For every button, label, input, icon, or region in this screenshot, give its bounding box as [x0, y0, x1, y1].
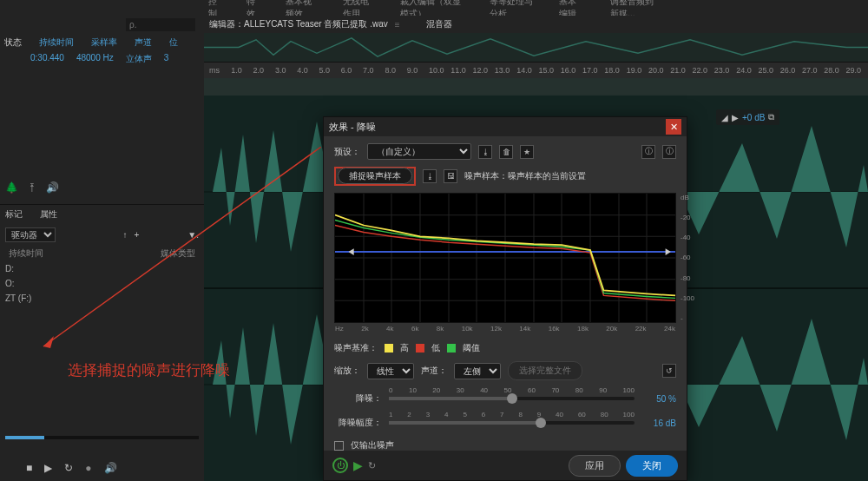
legend-high-swatch [385, 344, 393, 353]
channel-select[interactable]: 左侧 [454, 363, 501, 379]
scale-select[interactable]: 线性 [367, 363, 414, 379]
waveform-toolbar: ◢ ▶ +0 dB ⧉ [716, 109, 779, 125]
legend-low: 低 [431, 342, 440, 354]
close-icon[interactable]: ✕ [666, 119, 681, 135]
legend-high: 高 [400, 342, 409, 354]
preset-label: 预设： [334, 146, 360, 158]
val-channels: 立体声 [126, 53, 152, 65]
legend-thresh: 阈值 [463, 342, 480, 354]
preview-loop-icon[interactable]: ↻ [368, 460, 376, 471]
annotation-text: 选择捕捉的噪声进行降噪 [68, 360, 230, 380]
subcol-media: 媒体类型 [161, 247, 195, 260]
spectral-icon[interactable]: ⧉ [768, 112, 774, 122]
filter-icon[interactable]: ▼. [187, 230, 199, 240]
add-icon[interactable]: + [134, 230, 139, 240]
col-channels: 声道 [135, 36, 152, 49]
delete-preset-icon[interactable]: 🗑 [499, 145, 513, 159]
power-icon[interactable]: ⏻ [332, 458, 348, 473]
output-noise-checkbox[interactable] [334, 441, 344, 451]
stop-icon[interactable]: ■ [26, 462, 32, 474]
top-menu: 控制 特效 基本视频效 无线电作用 裁入编辑（双显模式） 等等处理与分析 基本编… [0, 0, 868, 16]
reset-icon[interactable]: ↺ [662, 364, 676, 378]
val-duration: 0:30.440 [30, 53, 64, 65]
annotation-highlight-box: 捕捉噪声样本 [334, 167, 416, 186]
close-button[interactable]: 关闭 [626, 455, 678, 477]
subcol-duration: 持续时间 [9, 247, 43, 260]
favorite-icon[interactable]: ★ [520, 145, 534, 159]
noise-sample-label: 噪声样本：噪声样本的当前设置 [464, 170, 586, 182]
col-duration: 持续时间 [39, 36, 74, 49]
scroll-icon[interactable]: ⓘ [641, 145, 655, 159]
nr-value[interactable]: 50 % [641, 394, 676, 404]
loop-icon[interactable]: ↻ [64, 462, 73, 474]
record-icon[interactable]: ● [85, 462, 91, 474]
driver-select[interactable]: 驱动器 [5, 227, 56, 242]
legend-low-swatch [416, 344, 424, 353]
output-noise-label: 仅输出噪声 [351, 439, 394, 451]
load-preset-icon[interactable]: ⭳ [478, 145, 492, 159]
val-rate: 48000 Hz [76, 53, 114, 65]
up-arrow-icon[interactable]: ↑ [122, 230, 127, 240]
legend-thresh-swatch [447, 344, 456, 353]
signal-icon[interactable]: ◢ [721, 113, 728, 122]
play-small-icon[interactable]: ▶ [732, 113, 739, 122]
nr-slider[interactable]: 0102030405060708090100 [389, 397, 635, 400]
col-status: 状态 [4, 36, 22, 49]
amp-slider[interactable]: 123456789406080100 [389, 421, 635, 425]
svg-marker-25 [666, 248, 671, 255]
search-input[interactable] [126, 18, 195, 31]
scale-label: 缩放： [334, 365, 360, 377]
editor-title[interactable]: 编辑器：ALLEYCATS Teaser 音频已提取 .wav [209, 18, 388, 30]
nr-label: 降噪： [334, 392, 382, 405]
noise-reduction-dialog: 效果 - 降噪 ✕ 预设： （自定义） ⭳ 🗑 ★ ⓘ ⓘ 捕捉噪声样本 ⭳ 🖫… [323, 116, 687, 481]
preset-select[interactable]: （自定义） [367, 143, 471, 160]
speaker-icon[interactable]: 🔊 [46, 181, 59, 194]
tab-attributes[interactable]: 属性 [40, 208, 57, 221]
folder-tree-icon[interactable]: 🌲 [5, 181, 18, 194]
export-icon[interactable]: ⭱ [27, 181, 37, 194]
play-icon[interactable]: ▶ [44, 462, 52, 474]
progress-bar[interactable] [5, 436, 199, 439]
col-bit: 位 [169, 36, 178, 49]
apply-button[interactable]: 应用 [569, 455, 621, 477]
preview-play-icon[interactable]: ▶ [353, 458, 363, 472]
drive-item[interactable]: D: [3, 261, 201, 276]
left-panel: 状态 持续时间 采样率 声道 位 0:30.440 48000 Hz 立体声 3… [0, 16, 204, 481]
capture-noise-button[interactable]: 捕捉噪声样本 [338, 168, 412, 184]
select-all-button[interactable]: 选择完整文件 [508, 361, 582, 380]
transport-controls: ■ ▶ ↻ ● 🔊 [26, 462, 117, 474]
time-ruler[interactable]: ms1.02.03.04.05.06.07.08.09.010.011.012.… [204, 63, 868, 78]
drive-item[interactable]: ZT (F:) [3, 291, 201, 306]
drive-list: D: O: ZT (F:) [0, 261, 204, 306]
col-rate: 采样率 [91, 36, 117, 49]
info-icon[interactable]: ⓘ [662, 145, 676, 159]
drive-item[interactable]: O: [3, 276, 201, 291]
mixer-tab[interactable]: 混音器 [426, 18, 452, 30]
waveform-overview[interactable] [204, 33, 868, 63]
save-sample-icon[interactable]: 🖫 [444, 169, 457, 183]
tab-marker[interactable]: 标记 [5, 208, 23, 221]
load-sample-icon[interactable]: ⭳ [423, 169, 437, 183]
svg-marker-24 [348, 248, 353, 255]
amp-label: 降噪幅度： [334, 417, 382, 429]
val-bit: 3 [164, 53, 169, 65]
dialog-title: 效果 - 降噪 [329, 121, 376, 134]
db-value: +0 dB [742, 113, 765, 122]
amp-value[interactable]: 16 dB [641, 418, 676, 428]
legend-label: 噪声基准： [334, 342, 378, 354]
channel-label: 声道： [421, 365, 447, 377]
noise-spectrum-chart[interactable]: dB-20-40-60-80-100- Hz2k4k6k8k10k12k14k1… [334, 193, 676, 323]
speaker-icon[interactable]: 🔊 [104, 462, 117, 474]
